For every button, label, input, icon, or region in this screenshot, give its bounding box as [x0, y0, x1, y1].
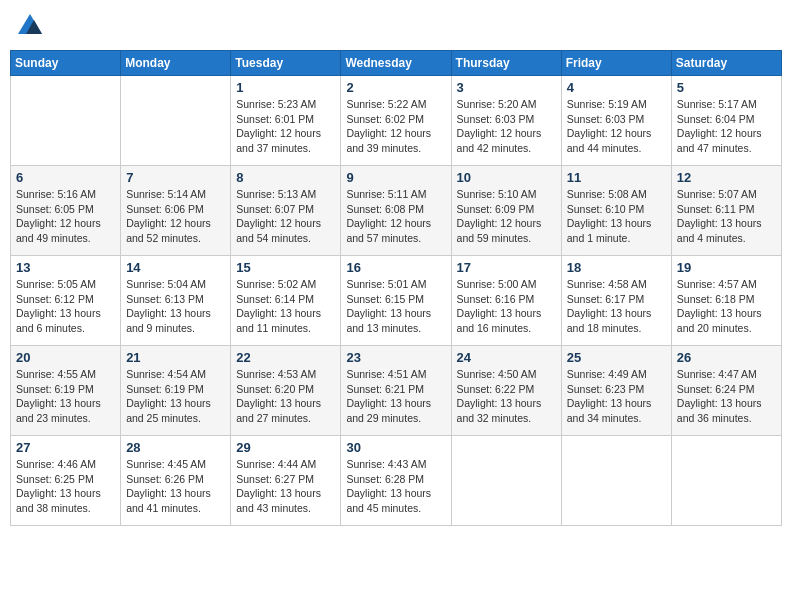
day-number: 23	[346, 350, 445, 365]
day-info: Sunrise: 4:49 AMSunset: 6:23 PMDaylight:…	[567, 367, 666, 426]
day-number: 13	[16, 260, 115, 275]
calendar-cell	[561, 436, 671, 526]
day-number: 17	[457, 260, 556, 275]
day-number: 5	[677, 80, 776, 95]
calendar-cell: 8Sunrise: 5:13 AMSunset: 6:07 PMDaylight…	[231, 166, 341, 256]
calendar-cell: 3Sunrise: 5:20 AMSunset: 6:03 PMDaylight…	[451, 76, 561, 166]
calendar-week-3: 13Sunrise: 5:05 AMSunset: 6:12 PMDayligh…	[11, 256, 782, 346]
calendar-cell: 21Sunrise: 4:54 AMSunset: 6:19 PMDayligh…	[121, 346, 231, 436]
calendar-cell: 29Sunrise: 4:44 AMSunset: 6:27 PMDayligh…	[231, 436, 341, 526]
day-info: Sunrise: 5:16 AMSunset: 6:05 PMDaylight:…	[16, 187, 115, 246]
day-info: Sunrise: 5:13 AMSunset: 6:07 PMDaylight:…	[236, 187, 335, 246]
calendar-cell: 6Sunrise: 5:16 AMSunset: 6:05 PMDaylight…	[11, 166, 121, 256]
calendar-cell: 18Sunrise: 4:58 AMSunset: 6:17 PMDayligh…	[561, 256, 671, 346]
day-number: 6	[16, 170, 115, 185]
day-number: 26	[677, 350, 776, 365]
calendar-cell: 17Sunrise: 5:00 AMSunset: 6:16 PMDayligh…	[451, 256, 561, 346]
calendar-cell: 27Sunrise: 4:46 AMSunset: 6:25 PMDayligh…	[11, 436, 121, 526]
calendar-cell: 10Sunrise: 5:10 AMSunset: 6:09 PMDayligh…	[451, 166, 561, 256]
calendar-cell: 12Sunrise: 5:07 AMSunset: 6:11 PMDayligh…	[671, 166, 781, 256]
calendar-week-5: 27Sunrise: 4:46 AMSunset: 6:25 PMDayligh…	[11, 436, 782, 526]
day-info: Sunrise: 4:58 AMSunset: 6:17 PMDaylight:…	[567, 277, 666, 336]
day-info: Sunrise: 5:23 AMSunset: 6:01 PMDaylight:…	[236, 97, 335, 156]
day-number: 11	[567, 170, 666, 185]
day-number: 21	[126, 350, 225, 365]
day-number: 18	[567, 260, 666, 275]
page-header	[10, 10, 782, 42]
day-info: Sunrise: 5:07 AMSunset: 6:11 PMDaylight:…	[677, 187, 776, 246]
day-number: 4	[567, 80, 666, 95]
day-info: Sunrise: 4:43 AMSunset: 6:28 PMDaylight:…	[346, 457, 445, 516]
day-info: Sunrise: 5:11 AMSunset: 6:08 PMDaylight:…	[346, 187, 445, 246]
calendar-cell: 25Sunrise: 4:49 AMSunset: 6:23 PMDayligh…	[561, 346, 671, 436]
day-info: Sunrise: 4:45 AMSunset: 6:26 PMDaylight:…	[126, 457, 225, 516]
logo-icon	[14, 10, 46, 42]
day-info: Sunrise: 5:10 AMSunset: 6:09 PMDaylight:…	[457, 187, 556, 246]
day-info: Sunrise: 5:08 AMSunset: 6:10 PMDaylight:…	[567, 187, 666, 246]
day-header-wednesday: Wednesday	[341, 51, 451, 76]
day-header-tuesday: Tuesday	[231, 51, 341, 76]
day-info: Sunrise: 4:54 AMSunset: 6:19 PMDaylight:…	[126, 367, 225, 426]
day-info: Sunrise: 5:17 AMSunset: 6:04 PMDaylight:…	[677, 97, 776, 156]
day-info: Sunrise: 4:53 AMSunset: 6:20 PMDaylight:…	[236, 367, 335, 426]
day-number: 28	[126, 440, 225, 455]
calendar-cell: 15Sunrise: 5:02 AMSunset: 6:14 PMDayligh…	[231, 256, 341, 346]
day-number: 7	[126, 170, 225, 185]
calendar-week-4: 20Sunrise: 4:55 AMSunset: 6:19 PMDayligh…	[11, 346, 782, 436]
day-number: 9	[346, 170, 445, 185]
day-info: Sunrise: 4:51 AMSunset: 6:21 PMDaylight:…	[346, 367, 445, 426]
calendar-cell: 26Sunrise: 4:47 AMSunset: 6:24 PMDayligh…	[671, 346, 781, 436]
day-info: Sunrise: 5:20 AMSunset: 6:03 PMDaylight:…	[457, 97, 556, 156]
calendar-cell: 30Sunrise: 4:43 AMSunset: 6:28 PMDayligh…	[341, 436, 451, 526]
calendar-header-row: SundayMondayTuesdayWednesdayThursdayFrid…	[11, 51, 782, 76]
calendar-week-2: 6Sunrise: 5:16 AMSunset: 6:05 PMDaylight…	[11, 166, 782, 256]
calendar-cell: 24Sunrise: 4:50 AMSunset: 6:22 PMDayligh…	[451, 346, 561, 436]
calendar-cell: 2Sunrise: 5:22 AMSunset: 6:02 PMDaylight…	[341, 76, 451, 166]
day-info: Sunrise: 5:02 AMSunset: 6:14 PMDaylight:…	[236, 277, 335, 336]
logo	[14, 10, 48, 42]
day-header-saturday: Saturday	[671, 51, 781, 76]
calendar-cell: 4Sunrise: 5:19 AMSunset: 6:03 PMDaylight…	[561, 76, 671, 166]
calendar-cell: 1Sunrise: 5:23 AMSunset: 6:01 PMDaylight…	[231, 76, 341, 166]
day-info: Sunrise: 5:01 AMSunset: 6:15 PMDaylight:…	[346, 277, 445, 336]
calendar-cell	[121, 76, 231, 166]
day-number: 15	[236, 260, 335, 275]
day-number: 30	[346, 440, 445, 455]
calendar-cell: 11Sunrise: 5:08 AMSunset: 6:10 PMDayligh…	[561, 166, 671, 256]
day-number: 1	[236, 80, 335, 95]
day-info: Sunrise: 4:46 AMSunset: 6:25 PMDaylight:…	[16, 457, 115, 516]
day-info: Sunrise: 5:05 AMSunset: 6:12 PMDaylight:…	[16, 277, 115, 336]
calendar-table: SundayMondayTuesdayWednesdayThursdayFrid…	[10, 50, 782, 526]
day-header-thursday: Thursday	[451, 51, 561, 76]
day-info: Sunrise: 4:50 AMSunset: 6:22 PMDaylight:…	[457, 367, 556, 426]
day-number: 3	[457, 80, 556, 95]
day-info: Sunrise: 4:55 AMSunset: 6:19 PMDaylight:…	[16, 367, 115, 426]
day-header-monday: Monday	[121, 51, 231, 76]
day-number: 10	[457, 170, 556, 185]
day-info: Sunrise: 5:19 AMSunset: 6:03 PMDaylight:…	[567, 97, 666, 156]
day-header-sunday: Sunday	[11, 51, 121, 76]
day-number: 12	[677, 170, 776, 185]
day-number: 22	[236, 350, 335, 365]
day-info: Sunrise: 5:00 AMSunset: 6:16 PMDaylight:…	[457, 277, 556, 336]
calendar-cell	[11, 76, 121, 166]
calendar-cell	[671, 436, 781, 526]
calendar-cell: 9Sunrise: 5:11 AMSunset: 6:08 PMDaylight…	[341, 166, 451, 256]
day-number: 20	[16, 350, 115, 365]
calendar-cell: 28Sunrise: 4:45 AMSunset: 6:26 PMDayligh…	[121, 436, 231, 526]
day-number: 2	[346, 80, 445, 95]
day-number: 19	[677, 260, 776, 275]
calendar-cell: 19Sunrise: 4:57 AMSunset: 6:18 PMDayligh…	[671, 256, 781, 346]
day-info: Sunrise: 4:44 AMSunset: 6:27 PMDaylight:…	[236, 457, 335, 516]
calendar-cell: 16Sunrise: 5:01 AMSunset: 6:15 PMDayligh…	[341, 256, 451, 346]
day-number: 14	[126, 260, 225, 275]
day-header-friday: Friday	[561, 51, 671, 76]
calendar-cell: 7Sunrise: 5:14 AMSunset: 6:06 PMDaylight…	[121, 166, 231, 256]
calendar-cell: 5Sunrise: 5:17 AMSunset: 6:04 PMDaylight…	[671, 76, 781, 166]
day-info: Sunrise: 5:04 AMSunset: 6:13 PMDaylight:…	[126, 277, 225, 336]
day-info: Sunrise: 5:14 AMSunset: 6:06 PMDaylight:…	[126, 187, 225, 246]
day-number: 27	[16, 440, 115, 455]
day-number: 25	[567, 350, 666, 365]
calendar-cell	[451, 436, 561, 526]
day-info: Sunrise: 4:47 AMSunset: 6:24 PMDaylight:…	[677, 367, 776, 426]
